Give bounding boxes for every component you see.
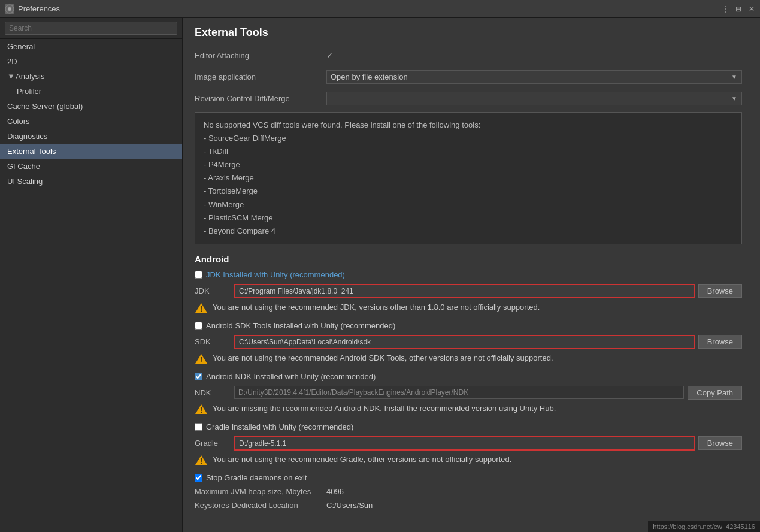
ndk-checkbox-row: Android NDK Installed with Unity (recomm…	[195, 372, 742, 381]
minimize-button[interactable]: ⊟	[732, 3, 744, 15]
sidebar-item-gi-cache[interactable]: GI Cache	[0, 159, 182, 174]
gradle-checkbox-label[interactable]: Gradle Installed with Unity (recommended…	[206, 422, 353, 431]
status-url: https://blog.csdn.net/ew_42345116	[653, 523, 755, 530]
ndk-warning-text: You are missing the recommended Android …	[213, 403, 556, 414]
image-application-dropdown-wrapper: Open by file extension	[326, 70, 742, 84]
sdk-checkbox-label[interactable]: Android SDK Tools Installed with Unity (…	[206, 321, 395, 330]
keystores-label: Keystores Dedicated Location	[195, 501, 326, 510]
revision-control-label: Revision Control Diff/Merge	[195, 94, 326, 103]
vcs-tool-1: - SourceGear DiffMerge	[204, 132, 733, 145]
sidebar-item-diagnostics[interactable]: Diagnostics	[0, 129, 182, 144]
stop-gradle-checkbox[interactable]	[195, 474, 202, 482]
max-jvm-label: Maximum JVM heap size, Mbytes	[195, 487, 326, 496]
arrow-icon: ▼	[7, 72, 14, 81]
max-jvm-row: Maximum JVM heap size, Mbytes 4096	[195, 487, 742, 496]
window-controls: ⋮ ⊟ ✕	[719, 3, 758, 15]
image-application-label: Image application	[195, 72, 326, 81]
jdk-checkbox[interactable]	[195, 271, 202, 279]
sdk-checkbox-row: Android SDK Tools Installed with Unity (…	[195, 321, 742, 330]
jdk-checkbox-row: JDK Installed with Unity (recommended)	[195, 270, 742, 279]
svg-point-1	[8, 7, 11, 11]
ndk-copy-path-button[interactable]: Copy Path	[688, 386, 742, 400]
sidebar: General 2D ▼Analysis Profiler Cache Serv…	[0, 18, 183, 532]
ndk-label: NDK	[195, 388, 231, 397]
vcs-tool-4: - Araxis Merge	[204, 171, 733, 185]
vcs-tool-7: - PlasticSCM Merge	[204, 211, 733, 225]
max-jvm-value: 4096	[326, 487, 344, 496]
stop-gradle-row: Stop Gradle daemons on exit	[195, 473, 742, 482]
vcs-header: No supported VCS diff tools were found. …	[204, 119, 733, 132]
android-title: Android	[195, 254, 742, 264]
main-layout: General 2D ▼Analysis Profiler Cache Serv…	[0, 18, 760, 532]
image-application-row: Image application Open by file extension	[195, 69, 742, 84]
jdk-path-input[interactable]	[234, 284, 695, 298]
sidebar-item-general[interactable]: General	[0, 39, 182, 54]
sidebar-item-colors[interactable]: Colors	[0, 114, 182, 129]
gradle-path-row: Gradle Browse	[195, 436, 742, 451]
sidebar-search-container	[0, 18, 182, 39]
gradle-checkbox-row: Gradle Installed with Unity (recommended…	[195, 422, 742, 431]
vcs-tool-5: - TortoiseMerge	[204, 185, 733, 198]
android-section: Android JDK Installed with Unity (recomm…	[195, 254, 742, 510]
ndk-checkbox-label[interactable]: Android NDK Installed with Unity (recomm…	[206, 372, 376, 381]
sidebar-item-analysis[interactable]: ▼Analysis	[0, 69, 182, 84]
app-icon	[5, 4, 14, 14]
gradle-warning-icon: !	[195, 454, 208, 466]
jdk-warning-row: ! You are not using the recommended JDK,…	[195, 302, 742, 314]
ndk-checkbox[interactable]	[195, 373, 202, 380]
jdk-browse-button[interactable]: Browse	[698, 284, 742, 298]
vcs-tool-2: - TkDiff	[204, 145, 733, 158]
sdk-path-input[interactable]	[234, 335, 695, 349]
sidebar-item-ui-scaling[interactable]: UI Scaling	[0, 174, 182, 189]
content-area: External Tools Editor Attaching ✓ Image …	[183, 18, 760, 532]
revision-control-dropdown-wrapper	[326, 92, 742, 105]
sdk-label: SDK	[195, 337, 231, 346]
gradle-warning-row: ! You are not using the recommended Grad…	[195, 454, 742, 466]
sidebar-item-2d[interactable]: 2D	[0, 54, 182, 69]
vcs-tool-6: - WinMerge	[204, 198, 733, 211]
more-options-button[interactable]: ⋮	[719, 3, 731, 15]
sdk-checkbox[interactable]	[195, 322, 202, 330]
window-title: Preferences	[18, 4, 60, 13]
search-input[interactable]	[5, 22, 177, 35]
sdk-warning-text: You are not using the recommended Androi…	[213, 353, 553, 364]
sidebar-item-external-tools[interactable]: External Tools	[0, 144, 182, 159]
gradle-path-input[interactable]	[234, 436, 695, 451]
vcs-tools: - SourceGear DiffMerge - TkDiff - P4Merg…	[204, 132, 733, 238]
svg-text:!: !	[200, 355, 202, 364]
ndk-warning-row: ! You are missing the recommended Androi…	[195, 403, 742, 415]
keystores-row: Keystores Dedicated Location C:/Users/Su…	[195, 501, 742, 510]
image-application-select[interactable]: Open by file extension	[326, 70, 742, 84]
content-inner: External Tools Editor Attaching ✓ Image …	[183, 18, 760, 523]
jdk-label: JDK	[195, 286, 231, 295]
editor-attaching-label: Editor Attaching	[195, 51, 326, 60]
revision-control-select[interactable]	[326, 92, 742, 105]
svg-text:!: !	[200, 457, 202, 466]
sdk-browse-button[interactable]: Browse	[698, 335, 742, 349]
section-title: External Tools	[195, 26, 742, 39]
svg-text:!: !	[200, 406, 202, 415]
gradle-warning-text: You are not using the recommended Gradle…	[213, 454, 511, 465]
keystores-value: C:/Users/Sun	[326, 501, 373, 510]
gradle-checkbox[interactable]	[195, 423, 202, 431]
svg-text:!: !	[200, 304, 202, 313]
editor-attaching-row: Editor Attaching ✓	[195, 47, 742, 63]
close-button[interactable]: ✕	[746, 3, 758, 15]
gradle-label: Gradle	[195, 439, 231, 448]
jdk-warning-icon: !	[195, 302, 208, 314]
stop-gradle-label[interactable]: Stop Gradle daemons on exit	[206, 473, 307, 482]
gradle-browse-button[interactable]: Browse	[698, 436, 742, 450]
ndk-path-input[interactable]	[234, 386, 684, 399]
ndk-path-row: NDK Copy Path	[195, 386, 742, 400]
editor-attaching-control: ✓	[326, 50, 742, 60]
sdk-path-row: SDK Browse	[195, 335, 742, 349]
editor-attaching-checkmark: ✓	[326, 50, 334, 60]
jdk-warning-text: You are not using the recommended JDK, v…	[213, 302, 540, 313]
sidebar-item-cache-server[interactable]: Cache Server (global)	[0, 99, 182, 114]
sidebar-item-profiler[interactable]: Profiler	[0, 84, 182, 99]
status-bar: https://blog.csdn.net/ew_42345116	[648, 521, 760, 532]
vcs-tool-3: - P4Merge	[204, 158, 733, 171]
vcs-message-box: No supported VCS diff tools were found. …	[195, 112, 742, 244]
jdk-checkbox-label[interactable]: JDK Installed with Unity (recommended)	[206, 270, 345, 279]
sdk-warning-icon: !	[195, 353, 208, 365]
